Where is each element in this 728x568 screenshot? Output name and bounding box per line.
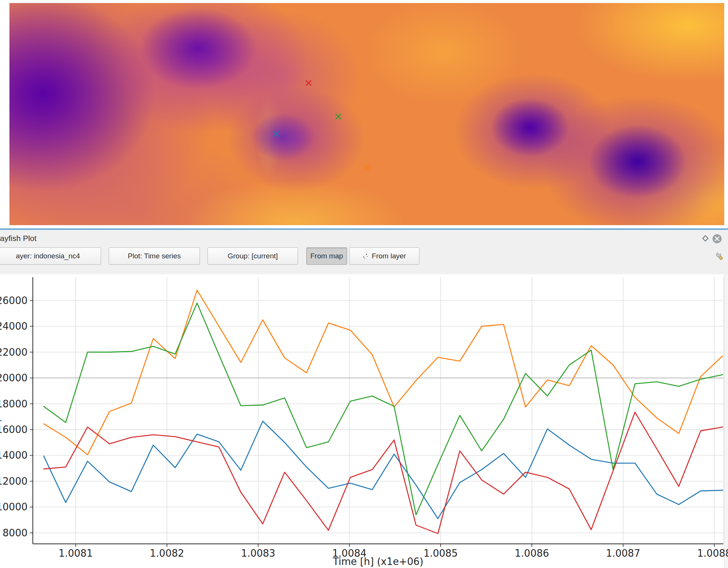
chart-background — [0, 274, 724, 568]
float-panel-icon[interactable] — [701, 234, 710, 243]
from-map-button-label: From map — [310, 252, 343, 260]
plot-type-button[interactable]: Plot: Time series — [109, 247, 200, 265]
plot-type-button-label: Plot: Time series — [128, 252, 181, 260]
group-button[interactable]: Group: [current] — [207, 247, 298, 265]
toolbar: ayer: indonesia_nc4 Plot: Time series Gr… — [0, 247, 728, 266]
crayfish-plot-panel: ayfish Plot ayer: indonesia_nc4 Plot: Ti… — [0, 230, 728, 568]
from-layer-button[interactable]: From layer — [349, 247, 419, 265]
panel-header: ayfish Plot — [0, 232, 728, 247]
map-canvas[interactable] — [9, 3, 724, 225]
pick-points-icon — [363, 253, 369, 259]
scrollbar-track[interactable] — [724, 274, 728, 568]
group-button-label: Group: [current] — [227, 252, 278, 260]
layer-button-label: ayer: indonesia_nc4 — [16, 252, 80, 260]
from-layer-button-label: From layer — [372, 252, 406, 260]
from-map-button[interactable]: From map — [306, 247, 347, 265]
panel-title: ayfish Plot — [0, 234, 37, 243]
layer-button[interactable]: ayer: indonesia_nc4 — [0, 247, 101, 265]
options-wrench-icon[interactable] — [715, 251, 725, 261]
close-panel-icon[interactable] — [712, 234, 722, 244]
